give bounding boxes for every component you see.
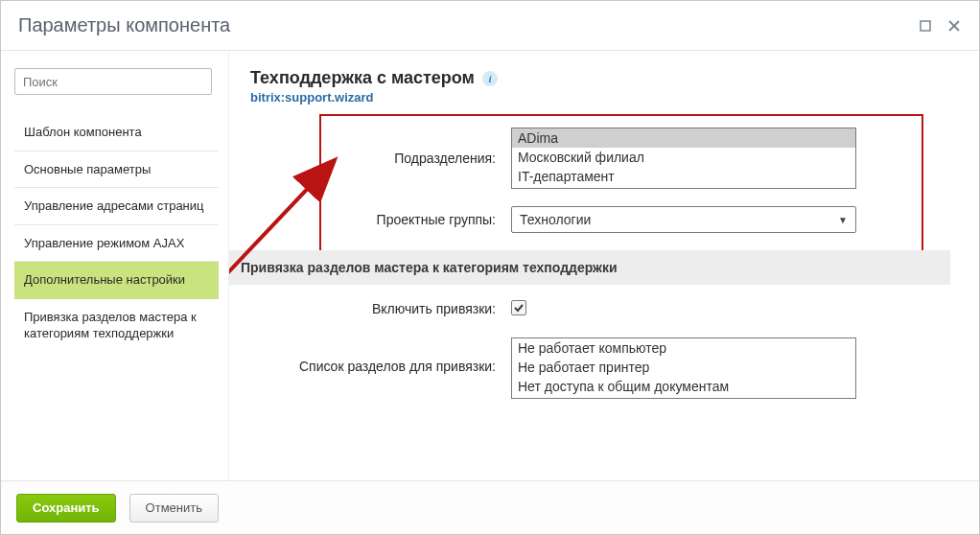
enable-bindings-checkbox[interactable] [511,300,526,315]
row-departments: Подразделения: ADima Московский филиал I… [229,128,950,189]
cancel-button[interactable]: Отменить [129,494,219,523]
sidebar-item-ajax-mode[interactable]: Управление режимом AJAX [14,225,219,263]
groups-select[interactable]: Технологии ▼ [511,206,856,233]
binding-option[interactable]: Нет доступа к общим документам [512,377,855,396]
dialog-window: Параметры компонента Шаблон компонента О… [0,0,980,535]
departments-multiselect[interactable]: ADima Московский филиал IT-департамент [511,128,856,189]
component-code: bitrix:support.wizard [250,90,958,105]
sidebar-nav: Шаблон компонента Основные параметры Упр… [14,114,219,352]
dialog-body: Шаблон компонента Основные параметры Упр… [1,51,979,480]
sidebar-item-additional[interactable]: Дополнительные настройки [14,262,219,299]
content-pane: Техподдержка с мастером i bitrix:support… [229,51,979,480]
departments-label: Подразделения: [229,151,511,166]
svg-rect-0 [921,21,930,31]
dialog-footer: Сохранить Отменить [1,480,979,534]
sidebar: Шаблон компонента Основные параметры Упр… [1,51,229,480]
info-icon[interactable]: i [482,71,498,86]
groups-select-value: Технологии [520,212,591,227]
chevron-down-icon: ▼ [838,215,848,225]
bindings-list-multiselect[interactable]: Не работает компьютер Не работает принте… [511,337,856,399]
enable-bindings-label: Включить привязки: [229,301,511,316]
row-enable-bindings: Включить привязки: [229,300,950,316]
section-header-bindings: Привязка разделов мастера к категориям т… [229,250,950,285]
binding-option[interactable]: Не работает принтер [512,358,855,377]
sidebar-item-url-management[interactable]: Управление адресами страниц [14,188,219,225]
binding-option[interactable]: Не работает компьютер [512,338,855,358]
department-option[interactable]: IT-департамент [512,167,855,186]
sidebar-item-category-binding[interactable]: Привязка разделов мастера к категориям т… [14,299,219,352]
groups-label: Проектные группы: [229,212,511,227]
component-title: Техподдержка с мастером [250,68,475,88]
search-input[interactable] [14,68,212,95]
close-icon[interactable] [946,18,962,34]
component-title-row: Техподдержка с мастером i [250,68,958,88]
department-option[interactable]: Московский филиал [512,148,855,167]
save-button[interactable]: Сохранить [16,494,116,523]
window-title: Параметры компонента [18,14,230,36]
row-bindings-list: Список разделов для привязки: Не работае… [229,337,950,399]
maximize-icon[interactable] [918,18,933,34]
row-groups: Проектные группы: Технологии ▼ [229,206,950,233]
sidebar-item-main-params[interactable]: Основные параметры [14,151,219,189]
titlebar: Параметры компонента [1,1,979,51]
department-option[interactable]: ADima [512,128,855,148]
bindings-list-label: Список разделов для привязки: [229,337,511,374]
form-area: Подразделения: ADima Московский филиал I… [229,114,950,480]
sidebar-item-template[interactable]: Шаблон компонента [14,114,219,151]
